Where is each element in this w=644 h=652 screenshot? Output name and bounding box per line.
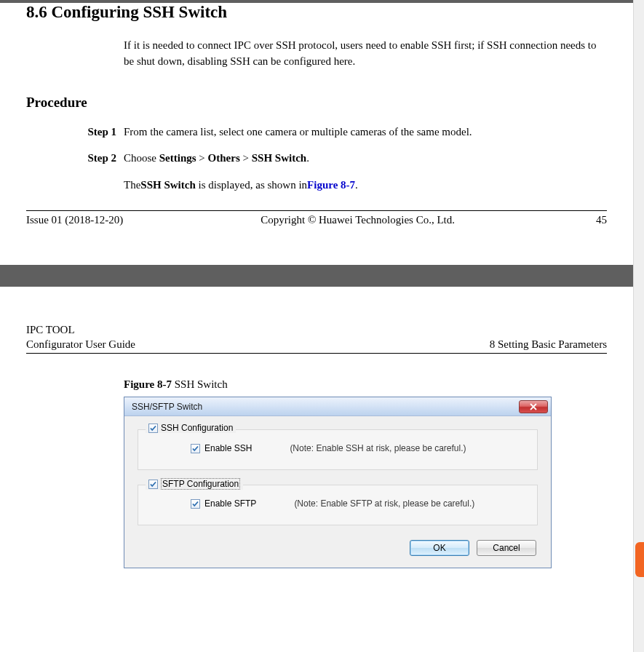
- section-title: Configuring SSH Switch: [52, 3, 228, 21]
- step2-prefix: Choose: [124, 152, 159, 164]
- procedure-steps: Step 1 From the camera list, select one …: [69, 124, 597, 194]
- dialog-button-row: OK Cancel: [138, 540, 538, 559]
- ok-button[interactable]: OK: [410, 540, 469, 556]
- footer-copyright: Copyright © Huawei Technologies Co., Ltd…: [152, 214, 563, 226]
- dialog-titlebar[interactable]: SSH/SFTP Switch: [124, 397, 551, 416]
- step2-path-settings: Settings: [159, 152, 196, 164]
- enable-sftp-note: (Note: Enable SFTP at risk, please be ca…: [294, 498, 474, 509]
- sftp-config-checkbox[interactable]: [148, 480, 158, 489]
- sftp-config-group: SFTP Configuration Enable SFTP (Note: En…: [138, 485, 538, 525]
- footer-issue: Issue 01 (2018-12-20): [26, 214, 123, 226]
- step2-sub-bold: SSH Switch: [140, 179, 195, 191]
- figure-link[interactable]: Figure 8-7: [307, 179, 355, 191]
- step2-sub-end: .: [355, 179, 358, 191]
- step2-gt1: >: [196, 152, 208, 164]
- dialog-title: SSH/SFTP Switch: [132, 402, 202, 412]
- figure-label-bold: Figure 8-7: [124, 378, 172, 390]
- close-icon: [530, 403, 537, 410]
- sftp-config-legend: SFTP Configuration: [146, 478, 243, 490]
- dialog-body: SSH Configuration Enable SSH (Note: Enab…: [124, 416, 551, 568]
- step-label: Step 1: [69, 124, 116, 140]
- step2-path-ssh: SSH Switch: [252, 152, 306, 164]
- page-gap: [0, 265, 644, 287]
- side-feedback-tab[interactable]: [635, 542, 644, 577]
- page-footer: Issue 01 (2018-12-20) Copyright © Huawei…: [26, 210, 607, 226]
- step2-sub-mid: is displayed, as shown in: [196, 179, 307, 191]
- page2-header: IPC TOOL Configurator User Guide 8 Setti…: [26, 323, 607, 354]
- section-number: 8.6: [26, 3, 47, 21]
- close-button[interactable]: [519, 400, 548, 413]
- enable-sftp-checkbox[interactable]: [191, 499, 200, 509]
- enable-ssh-row: Enable SSH (Note: Enable SSH at risk, pl…: [191, 443, 525, 453]
- cancel-button[interactable]: Cancel: [477, 540, 536, 556]
- procedure-heading: Procedure: [26, 95, 611, 111]
- step-label: Step 2: [69, 150, 116, 193]
- page2-header-left: IPC TOOL Configurator User Guide: [26, 323, 135, 351]
- step2-sub-prefix: The: [124, 179, 140, 191]
- enable-ssh-note: (Note: Enable SSH at risk, please be car…: [290, 443, 466, 453]
- ssh-config-group: SSH Configuration Enable SSH (Note: Enab…: [138, 429, 538, 470]
- section-intro: If it is needed to connect IPC over SSH …: [124, 38, 597, 70]
- step2-suffix: .: [306, 152, 309, 164]
- check-icon: [149, 424, 157, 432]
- sftp-config-label: SFTP Configuration: [161, 478, 240, 490]
- figure-caption: Figure 8-7 SSH Switch: [124, 378, 611, 391]
- step2-subline: TheSSH Switch is displayed, as shown inF…: [124, 177, 597, 194]
- step2-gt2: >: [240, 152, 252, 164]
- step-1: Step 1 From the camera list, select one …: [69, 124, 597, 140]
- enable-ssh-label: Enable SSH: [204, 443, 252, 453]
- ssh-sftp-dialog: SSH/SFTP Switch SSH Configuration: [124, 397, 552, 568]
- step2-path-others: Others: [208, 152, 240, 164]
- pdf-page-1: 8.6 Configuring SSH Switch If it is need…: [0, 3, 633, 265]
- figure-label-rest: SSH Switch: [172, 378, 228, 390]
- ssh-config-legend: SSH Configuration: [146, 423, 236, 433]
- ssh-config-checkbox[interactable]: [148, 424, 158, 433]
- pdf-page-2: IPC TOOL Configurator User Guide 8 Setti…: [0, 287, 633, 652]
- step-body: Choose Settings > Others > SSH Switch. T…: [124, 150, 597, 193]
- step-2: Step 2 Choose Settings > Others > SSH Sw…: [69, 150, 597, 193]
- header-line2: Configurator User Guide: [26, 338, 135, 352]
- enable-sftp-row: Enable SFTP (Note: Enable SFTP at risk, …: [191, 498, 525, 509]
- section-heading: 8.6 Configuring SSH Switch: [26, 3, 611, 22]
- footer-page: 45: [563, 214, 607, 226]
- enable-ssh-checkbox[interactable]: [191, 444, 200, 453]
- step-body: From the camera list, select one camera …: [124, 124, 597, 140]
- ssh-config-label: SSH Configuration: [161, 423, 233, 433]
- check-icon: [191, 445, 199, 453]
- check-icon: [149, 480, 157, 488]
- page2-header-right: 8 Setting Basic Parameters: [490, 338, 607, 352]
- check-icon: [191, 500, 199, 508]
- header-line1: IPC TOOL: [26, 323, 135, 338]
- enable-sftp-label: Enable SFTP: [204, 498, 256, 509]
